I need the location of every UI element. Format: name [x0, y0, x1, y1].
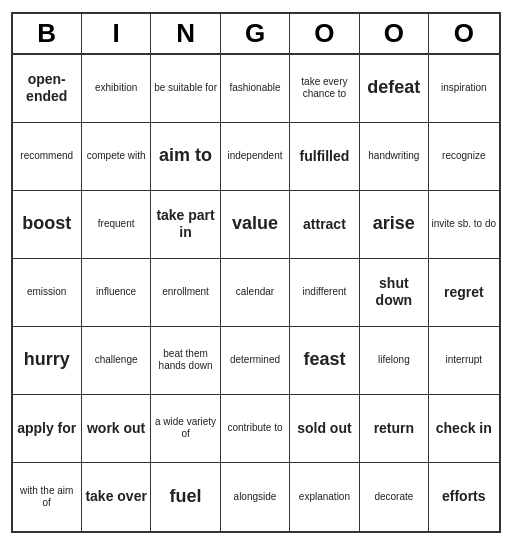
cell-r0-c3: fashionable [221, 55, 290, 123]
cell-r5-c0: apply for [13, 395, 82, 463]
cell-text-r6-c4: explanation [299, 491, 350, 503]
cell-text-r6-c6: efforts [442, 488, 486, 505]
cell-text-r4-c1: challenge [95, 354, 138, 366]
cell-text-r1-c5: handwriting [368, 150, 419, 162]
cell-text-r6-c2: fuel [170, 486, 202, 508]
cell-r6-c1: take over [82, 463, 151, 531]
header-cell-G: G [221, 14, 290, 53]
cell-r3-c1: influence [82, 259, 151, 327]
cell-r6-c3: alongside [221, 463, 290, 531]
bingo-header: BINGOOO [13, 14, 499, 55]
cell-text-r6-c1: take over [85, 488, 146, 505]
cell-text-r5-c5: return [374, 420, 414, 437]
cell-r2-c0: boost [13, 191, 82, 259]
cell-r1-c0: recommend [13, 123, 82, 191]
header-cell-O: O [290, 14, 359, 53]
cell-text-r1-c3: independent [227, 150, 282, 162]
cell-r0-c4: take every chance to [290, 55, 359, 123]
cell-text-r3-c2: enrollment [162, 286, 209, 298]
cell-text-r4-c2: beat them hands down [153, 348, 217, 372]
cell-text-r3-c5: shut down [362, 275, 426, 309]
cell-r3-c5: shut down [360, 259, 429, 327]
cell-text-r2-c4: attract [303, 216, 346, 233]
cell-text-r3-c3: calendar [236, 286, 274, 298]
cell-r5-c6: check in [429, 395, 498, 463]
header-cell-O: O [360, 14, 429, 53]
cell-r5-c3: contribute to [221, 395, 290, 463]
cell-r1-c1: compete with [82, 123, 151, 191]
cell-r3-c4: indifferent [290, 259, 359, 327]
cell-r2-c3: value [221, 191, 290, 259]
cell-text-r4-c4: feast [303, 349, 345, 371]
cell-r6-c0: with the aim of [13, 463, 82, 531]
cell-r2-c1: frequent [82, 191, 151, 259]
header-cell-I: I [82, 14, 151, 53]
cell-text-r1-c4: fulfilled [300, 148, 350, 165]
cell-r2-c4: attract [290, 191, 359, 259]
cell-text-r2-c2: take part in [153, 207, 217, 241]
bingo-card: BINGOOO open-endedexhibitionbe suitable … [11, 12, 501, 533]
cell-r3-c0: emission [13, 259, 82, 327]
cell-r2-c2: take part in [151, 191, 220, 259]
cell-text-r2-c0: boost [22, 213, 71, 235]
bingo-grid: open-endedexhibitionbe suitable forfashi… [13, 55, 499, 531]
cell-text-r5-c1: work out [87, 420, 145, 437]
cell-r0-c5: defeat [360, 55, 429, 123]
header-cell-B: B [13, 14, 82, 53]
cell-text-r3-c0: emission [27, 286, 66, 298]
cell-r0-c1: exhibition [82, 55, 151, 123]
cell-text-r5-c6: check in [436, 420, 492, 437]
cell-r4-c2: beat them hands down [151, 327, 220, 395]
cell-text-r4-c5: lifelong [378, 354, 410, 366]
cell-r4-c0: hurry [13, 327, 82, 395]
cell-r3-c6: regret [429, 259, 498, 327]
cell-r3-c3: calendar [221, 259, 290, 327]
cell-text-r0-c1: exhibition [95, 82, 137, 94]
cell-r2-c5: arise [360, 191, 429, 259]
cell-text-r4-c6: interrupt [445, 354, 482, 366]
cell-text-r0-c5: defeat [367, 77, 420, 99]
cell-r1-c5: handwriting [360, 123, 429, 191]
cell-text-r5-c3: contribute to [227, 422, 282, 434]
cell-r6-c5: decorate [360, 463, 429, 531]
cell-text-r5-c2: a wide variety of [153, 416, 217, 440]
cell-text-r6-c3: alongside [234, 491, 277, 503]
cell-text-r0-c6: inspiration [441, 82, 487, 94]
cell-text-r1-c6: recognize [442, 150, 485, 162]
cell-r2-c6: invite sb. to do [429, 191, 498, 259]
cell-r5-c5: return [360, 395, 429, 463]
cell-text-r4-c3: determined [230, 354, 280, 366]
cell-text-r3-c4: indifferent [303, 286, 347, 298]
cell-r1-c3: independent [221, 123, 290, 191]
cell-r4-c3: determined [221, 327, 290, 395]
cell-r4-c1: challenge [82, 327, 151, 395]
cell-text-r1-c0: recommend [20, 150, 73, 162]
cell-r1-c4: fulfilled [290, 123, 359, 191]
cell-text-r5-c4: sold out [297, 420, 351, 437]
cell-text-r1-c2: aim to [159, 145, 212, 167]
cell-r6-c4: explanation [290, 463, 359, 531]
cell-r5-c2: a wide variety of [151, 395, 220, 463]
cell-r5-c1: work out [82, 395, 151, 463]
cell-r0-c6: inspiration [429, 55, 498, 123]
cell-r6-c6: efforts [429, 463, 498, 531]
cell-text-r6-c5: decorate [374, 491, 413, 503]
cell-text-r2-c6: invite sb. to do [432, 218, 496, 230]
cell-text-r2-c3: value [232, 213, 278, 235]
cell-r0-c0: open-ended [13, 55, 82, 123]
cell-r1-c2: aim to [151, 123, 220, 191]
cell-text-r6-c0: with the aim of [15, 485, 79, 509]
header-cell-O: O [429, 14, 498, 53]
cell-text-r2-c1: frequent [98, 218, 135, 230]
cell-r5-c4: sold out [290, 395, 359, 463]
cell-r1-c6: recognize [429, 123, 498, 191]
cell-text-r0-c4: take every chance to [292, 76, 356, 100]
cell-text-r3-c1: influence [96, 286, 136, 298]
cell-text-r5-c0: apply for [17, 420, 76, 437]
cell-text-r3-c6: regret [444, 284, 484, 301]
cell-text-r0-c0: open-ended [26, 71, 67, 105]
cell-text-r2-c5: arise [373, 213, 415, 235]
cell-text-r0-c3: fashionable [229, 82, 280, 94]
cell-text-r0-c2: be suitable for [154, 82, 217, 94]
cell-r4-c6: interrupt [429, 327, 498, 395]
